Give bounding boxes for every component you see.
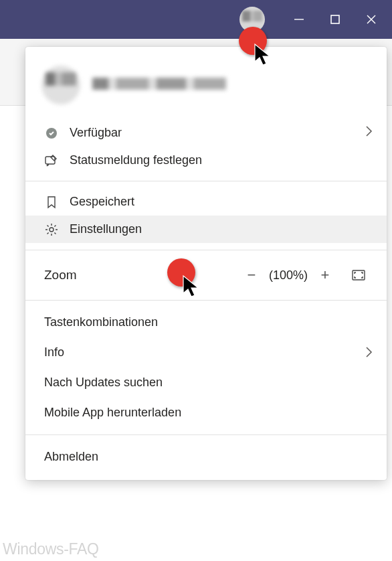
status-label: Verfügbar bbox=[70, 126, 122, 140]
minimize-button[interactable] bbox=[284, 4, 314, 35]
zoom-row: Zoom − (100%) + bbox=[25, 257, 387, 293]
mobile-item[interactable]: Mobile App herunterladen bbox=[25, 398, 387, 428]
divider bbox=[25, 181, 387, 181]
cursor-arrow-icon bbox=[254, 43, 274, 67]
saved-item[interactable]: Gespeichert bbox=[25, 188, 387, 216]
fullscreen-icon bbox=[352, 270, 365, 280]
divider bbox=[25, 300, 387, 301]
signout-label: Abmelden bbox=[44, 450, 98, 463]
signout-item[interactable]: Abmelden bbox=[25, 442, 387, 472]
close-icon bbox=[367, 15, 376, 24]
maximize-icon bbox=[330, 15, 340, 24]
minimize-icon bbox=[294, 14, 304, 25]
profile-header bbox=[25, 47, 387, 119]
zoom-value: (100%) bbox=[264, 268, 313, 283]
user-name-redacted bbox=[92, 78, 371, 92]
annotation-marker-settings bbox=[167, 258, 195, 287]
divider bbox=[25, 250, 387, 250]
close-button[interactable] bbox=[356, 4, 387, 35]
about-item[interactable]: Info bbox=[25, 337, 387, 368]
settings-label: Einstellungen bbox=[70, 222, 142, 236]
svg-rect-6 bbox=[353, 270, 365, 280]
zoom-in-button[interactable]: + bbox=[313, 266, 337, 284]
shortcuts-label: Tastenkombinationen bbox=[44, 315, 158, 329]
gear-icon bbox=[44, 223, 59, 236]
window-titlebar bbox=[0, 0, 392, 39]
zoom-label: Zoom bbox=[44, 268, 239, 283]
set-status-item[interactable]: Statusmeldung festlegen bbox=[25, 147, 387, 174]
profile-menu: Verfügbar Statusmeldung festlegen Gespei… bbox=[25, 47, 387, 480]
avatar-large bbox=[41, 66, 80, 104]
chevron-right-icon bbox=[365, 345, 373, 362]
set-status-label: Statusmeldung festlegen bbox=[70, 153, 202, 167]
settings-item[interactable]: Einstellungen bbox=[25, 216, 387, 243]
bookmark-icon bbox=[44, 195, 59, 209]
cursor-arrow-icon bbox=[182, 274, 202, 299]
fullscreen-button[interactable] bbox=[349, 270, 368, 280]
saved-label: Gespeichert bbox=[70, 195, 134, 209]
status-item[interactable]: Verfügbar bbox=[25, 119, 387, 147]
svg-point-5 bbox=[50, 228, 54, 232]
mobile-label: Mobile App herunterladen bbox=[44, 406, 181, 419]
chevron-right-icon bbox=[365, 125, 373, 141]
divider bbox=[25, 434, 387, 435]
available-status-icon bbox=[44, 128, 59, 139]
maximize-button[interactable] bbox=[320, 4, 351, 35]
updates-item[interactable]: Nach Updates suchen bbox=[25, 368, 387, 398]
about-label: Info bbox=[44, 345, 64, 359]
edit-note-icon bbox=[44, 155, 59, 167]
svg-rect-1 bbox=[331, 15, 339, 23]
annotation-marker-avatar bbox=[239, 27, 267, 55]
shortcuts-item[interactable]: Tastenkombinationen bbox=[25, 307, 387, 337]
watermark: Windows-FAQ bbox=[3, 540, 99, 558]
updates-label: Nach Updates suchen bbox=[44, 376, 163, 389]
zoom-out-button[interactable]: − bbox=[239, 266, 264, 284]
